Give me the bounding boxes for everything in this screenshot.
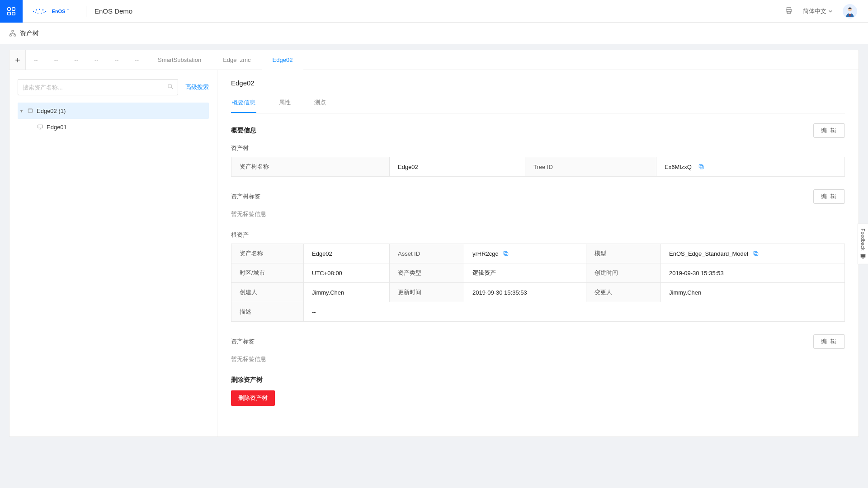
main-panel: ------------SmartSubstationEdge_zmcEdge0… xyxy=(9,50,859,437)
tree-tab[interactable]: Edge_zmc xyxy=(212,50,261,70)
svg-rect-20 xyxy=(849,14,851,16)
search-input[interactable] xyxy=(18,79,178,95)
tree-tab-placeholder[interactable]: -- xyxy=(127,50,147,70)
svg-point-9 xyxy=(35,12,36,13)
svg-rect-28 xyxy=(699,164,702,168)
delete-tree-button[interactable]: 删除资产树 xyxy=(231,390,275,406)
tree-node-label: Edge02 (1) xyxy=(37,108,66,114)
print-icon[interactable] xyxy=(785,6,793,16)
svg-point-10 xyxy=(38,13,38,14)
asset-tree-sublabel: 资产树 xyxy=(231,144,845,152)
kv-key: 更新时间 xyxy=(390,283,464,302)
page-category-label: 资产树 xyxy=(20,29,39,38)
tree-tab-placeholder[interactable]: -- xyxy=(86,50,107,70)
language-selector[interactable]: 简体中文 xyxy=(803,7,833,15)
svg-point-12 xyxy=(43,12,44,13)
svg-rect-31 xyxy=(755,252,758,255)
tree-name-key: 资产树名称 xyxy=(231,157,390,177)
tree-tab-placeholder[interactable]: -- xyxy=(66,50,86,70)
feedback-icon xyxy=(860,253,866,259)
svg-text:™: ™ xyxy=(67,8,69,10)
top-header: EnOS ™ EnOS Demo 简体中文 xyxy=(0,0,868,23)
tree-tab[interactable]: Edge02 xyxy=(262,51,304,70)
device-icon xyxy=(37,123,44,131)
kv-key: 资产名称 xyxy=(231,244,304,263)
caret-down-icon: ▾ xyxy=(20,108,27,113)
tree-node[interactable]: Edge01 xyxy=(18,119,209,135)
feedback-label: Feedback xyxy=(860,229,866,250)
delete-heading: 删除资产树 xyxy=(231,376,845,384)
asset-tags-section: 资产标签 编 辑 暂无标签信息 xyxy=(231,334,845,363)
kv-key: 变更人 xyxy=(586,283,661,302)
advanced-search-link[interactable]: 高级搜索 xyxy=(185,83,209,91)
kv-key: Asset ID xyxy=(390,244,464,263)
work-area: ------------SmartSubstationEdge_zmcEdge0… xyxy=(0,44,868,442)
kv-value: -- xyxy=(304,302,845,322)
root-asset-section: 根资产 资产名称Edge02Asset IDyrHR2cgc模型EnOS_Edg… xyxy=(231,231,845,322)
folder-icon xyxy=(27,107,34,114)
copy-icon[interactable] xyxy=(753,250,759,257)
detail-tab[interactable]: 测点 xyxy=(313,95,327,113)
header-title: EnOS Demo xyxy=(94,7,132,15)
svg-rect-17 xyxy=(787,11,791,14)
tree-node-label: Edge01 xyxy=(47,124,67,131)
asset-tree-table: 资产树名称 Edge02 Tree ID Ex6MIzxQ xyxy=(231,157,845,177)
user-avatar[interactable] xyxy=(843,4,857,19)
tree-tags-empty: 暂无标签信息 xyxy=(231,210,845,218)
copy-icon[interactable] xyxy=(698,164,704,170)
svg-point-4 xyxy=(33,10,34,11)
tree-tab-placeholder[interactable]: -- xyxy=(26,50,46,70)
kv-value: 逻辑资产 xyxy=(464,263,586,283)
kv-key: 时区/城市 xyxy=(231,263,304,283)
search-icon xyxy=(167,84,174,91)
kv-value: yrHR2cgc xyxy=(464,244,586,263)
kv-value: EnOS_Edge_Standard_Model xyxy=(661,244,845,263)
kv-key: 描述 xyxy=(231,302,304,322)
app-launcher-button[interactable] xyxy=(0,0,23,23)
kv-value: Jimmy.Chen xyxy=(304,283,390,302)
svg-rect-22 xyxy=(9,34,11,36)
kv-value: Edge02 xyxy=(304,244,390,263)
svg-rect-33 xyxy=(861,254,866,258)
svg-point-7 xyxy=(42,9,44,10)
asset-tags-heading: 资产标签 xyxy=(231,338,255,346)
svg-rect-26 xyxy=(38,125,43,128)
add-tree-tab-button[interactable] xyxy=(9,50,26,70)
tree-id-key: Tree ID xyxy=(525,157,656,177)
tree-tags-edit-button[interactable]: 编 辑 xyxy=(813,189,845,204)
tree-tabs-strip: ------------SmartSubstationEdge_zmcEdge0… xyxy=(9,50,859,70)
svg-rect-0 xyxy=(8,7,10,10)
enos-logo-icon: EnOS ™ xyxy=(28,5,78,18)
svg-rect-2 xyxy=(8,12,10,14)
svg-rect-23 xyxy=(14,34,16,36)
tree-tab-placeholder[interactable]: -- xyxy=(46,50,66,70)
root-asset-table: 资产名称Edge02Asset IDyrHR2cgc模型EnOS_Edge_St… xyxy=(231,244,845,322)
svg-point-8 xyxy=(45,10,46,11)
detail-pane: Edge02 概要信息属性测点 概要信息 编 辑 资产树 资产树名称 Edge0… xyxy=(217,70,859,436)
svg-point-6 xyxy=(39,9,40,9)
search-container xyxy=(18,79,178,95)
svg-point-11 xyxy=(41,13,42,14)
tree-icon xyxy=(9,30,16,37)
detail-tab[interactable]: 属性 xyxy=(278,95,292,113)
tree-tab-placeholder[interactable]: -- xyxy=(107,50,127,70)
svg-point-24 xyxy=(168,84,172,88)
detail-tab[interactable]: 概要信息 xyxy=(231,95,256,113)
tree-name-value: Edge02 xyxy=(390,157,525,177)
asset-tags-edit-button[interactable]: 编 辑 xyxy=(813,334,845,349)
feedback-tab[interactable]: Feedback xyxy=(858,224,868,264)
tree-node[interactable]: ▾Edge02 (1) xyxy=(18,103,209,119)
svg-text:EnOS: EnOS xyxy=(52,8,66,14)
tree-id-value: Ex6MIzxQ xyxy=(665,164,692,170)
svg-rect-15 xyxy=(787,7,791,9)
kv-value: Jimmy.Chen xyxy=(661,283,845,302)
kv-value: 2019-09-30 15:35:53 xyxy=(661,263,845,283)
tree-id-cell: Ex6MIzxQ xyxy=(656,157,845,177)
tree-tab[interactable]: SmartSubstation xyxy=(147,50,212,70)
overview-edit-button[interactable]: 编 辑 xyxy=(813,123,845,138)
copy-icon[interactable] xyxy=(503,250,509,257)
brand-logo: EnOS ™ xyxy=(28,5,78,18)
asset-tree: ▾Edge02 (1)Edge01 xyxy=(18,103,209,135)
delete-section: 删除资产树 删除资产树 xyxy=(231,376,845,406)
svg-rect-1 xyxy=(12,7,15,10)
